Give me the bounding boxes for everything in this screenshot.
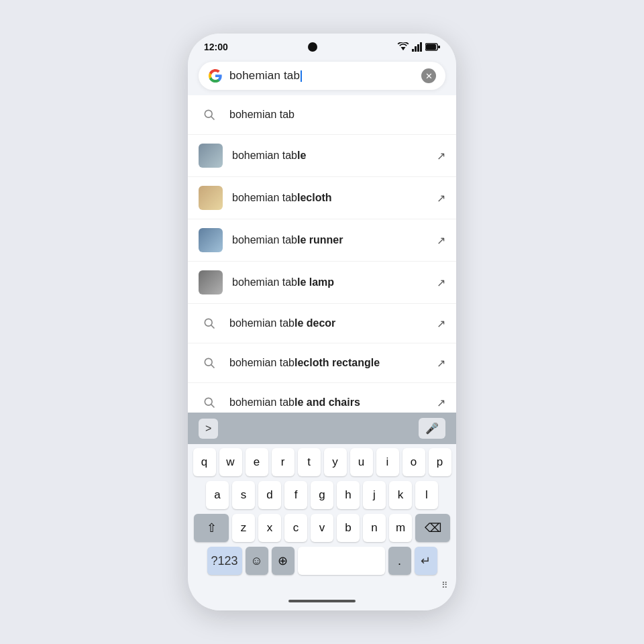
home-bar [288,600,356,602]
key-m[interactable]: m [389,514,412,542]
svg-line-11 [211,325,215,329]
key-numbers[interactable]: ?123 [207,547,242,575]
svg-rect-6 [426,44,436,50]
key-l[interactable]: l [415,481,438,509]
key-space[interactable] [298,547,385,575]
suggestion-item[interactable]: bohemian table ↗ [188,135,456,177]
camera-dot [308,42,317,52]
suggestion-item[interactable]: bohemian tablecloth ↗ [188,177,456,219]
suggestion-item[interactable]: bohemian tab [188,95,456,135]
key-e[interactable]: e [246,448,268,476]
key-y[interactable]: y [324,448,347,476]
suggestion-text: bohemian table and chairs [229,396,427,409]
google-logo [208,68,223,83]
suggestion-text: bohemian tablecloth rectangle [229,357,427,369]
suggestion-item[interactable]: bohemian tablecloth rectangle ↗ [188,343,456,383]
key-f[interactable]: f [284,481,307,509]
svg-point-8 [205,110,212,117]
key-k[interactable]: k [389,481,412,509]
suggestions-list: bohemian tab bohemian table ↗ bohemian t… [188,95,456,413]
suggestion-text: bohemian tablecloth [232,192,427,204]
search-icon [203,317,216,330]
search-bar[interactable]: bohemian tab ✕ [199,62,445,90]
suggestion-text: bohemian table decor [229,317,427,329]
key-h[interactable]: h [337,481,360,509]
keyboard-toolbar: > 🎤 [188,413,456,444]
search-bar-container: bohemian tab ✕ [188,55,456,90]
key-i[interactable]: i [376,448,399,476]
key-enter[interactable]: ↵ [415,547,437,575]
key-period[interactable]: . [388,547,411,575]
svg-line-15 [211,405,215,408]
status-time: 12:00 [204,42,228,52]
arrow-icon: ↗ [437,150,445,162]
suggestion-text: bohemian table runner [232,234,427,246]
key-backspace[interactable]: ⌫ [415,514,450,542]
key-globe[interactable]: ⊕ [272,547,294,575]
suggestion-item[interactable]: bohemian table and chairs ↗ [188,383,456,413]
suggestion-thumbnail [199,270,223,294]
svg-marker-0 [401,47,406,50]
search-icon [203,356,216,370]
svg-rect-2 [415,46,417,52]
search-icon-wrap [199,104,220,125]
keyboard-row-3: ⇧ z x c v b n m ⌫ [191,514,453,542]
key-shift[interactable]: ⇧ [194,514,229,542]
keyboard-expand-button[interactable]: > [199,419,218,439]
key-q[interactable]: q [193,448,216,476]
key-b[interactable]: b [337,514,360,542]
key-g[interactable]: g [311,481,333,509]
search-icon [203,396,216,409]
suggestion-item[interactable]: bohemian table decor ↗ [188,304,456,343]
wifi-icon [397,42,409,52]
status-icons [397,42,440,52]
key-t[interactable]: t [298,448,321,476]
key-c[interactable]: c [284,514,307,542]
search-icon-wrap [199,392,220,413]
key-r[interactable]: r [272,448,294,476]
arrow-icon: ↗ [437,234,445,247]
suggestion-item[interactable]: bohemian table lamp ↗ [188,262,456,304]
key-j[interactable]: j [363,481,386,509]
key-p[interactable]: p [429,448,451,476]
home-indicator [188,594,456,610]
key-x[interactable]: x [258,514,281,542]
key-a[interactable]: a [206,481,229,509]
signal-icon [412,42,423,52]
key-o[interactable]: o [402,448,425,476]
key-n[interactable]: n [363,514,386,542]
key-z[interactable]: z [232,514,255,542]
phone-frame: 12:00 [188,34,456,610]
arrow-icon: ↗ [437,317,445,330]
keyboard-dot-row: ⠿ [188,579,456,594]
suggestion-item[interactable]: bohemian table runner ↗ [188,219,456,262]
keyboard-mic-button[interactable]: 🎤 [419,418,445,439]
arrow-icon: ↗ [437,276,445,289]
suggestion-text: bohemian table [232,150,427,162]
search-input[interactable]: bohemian tab [229,69,415,83]
suggestion-text: bohemian tab [229,109,445,121]
key-w[interactable]: w [219,448,242,476]
svg-rect-1 [412,49,414,52]
svg-point-10 [205,319,212,326]
key-v[interactable]: v [311,514,333,542]
keyboard-row-2: a s d f g h j k l [191,481,453,509]
svg-rect-4 [420,42,422,52]
suggestion-thumbnail [199,186,223,210]
key-emoji[interactable]: ☺ [246,547,268,575]
suggestion-thumbnail [199,228,223,252]
key-d[interactable]: d [258,481,281,509]
key-u[interactable]: u [350,448,373,476]
keyboard-row-bottom: ?123 ☺ ⊕ . ↵ [191,547,453,578]
search-icon-wrap [199,313,220,334]
arrow-icon: ↗ [437,357,445,370]
suggestion-text: bohemian table lamp [232,276,427,288]
clear-button[interactable]: ✕ [421,68,436,83]
svg-line-13 [211,365,215,368]
arrow-icon: ↗ [437,192,445,205]
key-s[interactable]: s [232,481,255,509]
keyboard-row-1: q w e r t y u i o p [191,448,453,476]
svg-line-9 [211,117,215,120]
svg-point-12 [205,358,212,366]
svg-rect-3 [417,44,419,52]
